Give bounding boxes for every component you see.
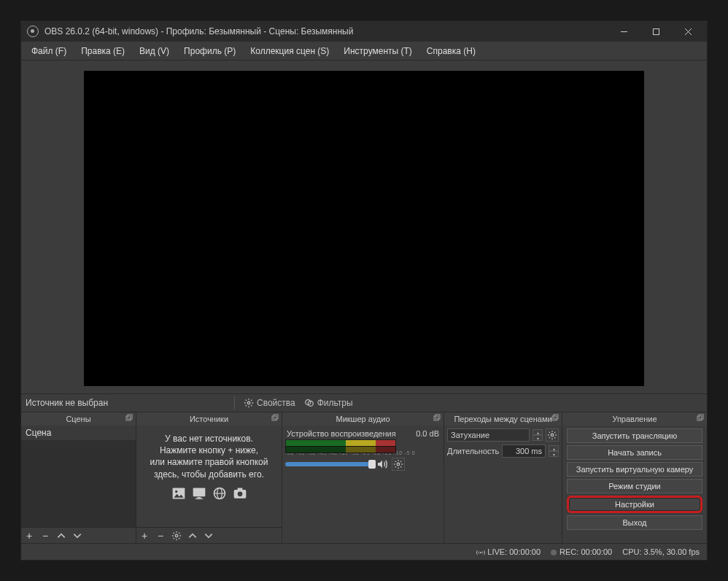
svg-rect-26 [552,416,557,420]
popout-icon[interactable] [125,414,133,423]
start-recording-button[interactable]: Начать запись [567,445,702,460]
mixer-title: Микшер аудио [336,415,390,423]
statusbar: LIVE: 00:00:00 REC: 00:00:00 CPU: 3.5%, … [21,544,707,560]
sources-empty[interactable]: У вас нет источников. Нажмите кнопку + н… [136,426,282,527]
source-down-button[interactable] [201,528,217,543]
svg-rect-7 [126,416,131,420]
rec-dot-icon [551,550,557,555]
sources-header: Источники [136,412,282,426]
source-type-icons [171,486,248,501]
svg-point-22 [175,534,178,537]
add-source-button[interactable]: + [136,528,152,543]
start-streaming-button[interactable]: Запустить трансляцию [567,428,702,443]
image-icon [171,486,187,501]
transition-type-select[interactable]: Затухание [447,428,530,442]
svg-rect-15 [195,498,203,499]
menu-tools[interactable]: Инструменты (T) [336,43,419,59]
menu-profile[interactable]: Профиль (P) [177,43,243,59]
mixer-header: Микшер аудио [282,412,444,426]
popout-icon[interactable] [696,414,704,423]
remove-source-button[interactable]: − [152,528,169,543]
svg-rect-20 [237,488,242,490]
volume-slider[interactable] [285,462,373,466]
display-icon [191,486,207,501]
filters-icon [304,398,314,408]
preview-canvas[interactable] [84,71,644,386]
svg-point-28 [551,434,554,436]
close-button[interactable] [672,21,704,42]
popout-icon[interactable] [433,414,441,423]
transitions-header: Переходы между сценами [444,412,562,426]
svg-point-25 [397,463,400,466]
audio-meter [285,439,441,450]
svg-rect-23 [434,416,438,420]
svg-rect-30 [699,415,703,419]
studio-mode-button[interactable]: Режим студии [567,479,702,493]
live-time: LIVE: 00:00:00 [487,547,541,556]
menubar: Файл (F) Правка (E) Вид (V) Профиль (P) … [21,42,707,61]
rec-indicator: REC: 00:00:00 [551,547,612,556]
svg-point-31 [480,552,481,553]
popout-icon[interactable] [271,414,279,423]
transitions-title: Переходы между сценами [454,415,551,423]
scene-up-button[interactable] [53,528,69,543]
empty-text: Нажмите кнопку + ниже, [160,445,258,456]
sources-footer: + − [136,527,282,543]
broadcast-icon [476,549,485,556]
cpu-indicator: CPU: 3.5%, 30.00 fps [622,547,700,556]
source-settings-button[interactable] [169,528,185,543]
start-virtual-camera-button[interactable]: Запустить виртуальную камеру [567,462,702,477]
empty-text: или нажмите правой кнопкой [150,456,268,468]
scene-down-button[interactable] [69,528,85,543]
exit-button[interactable]: Выход [567,515,702,530]
controls-title: Управление [612,415,657,423]
controls-header: Управление [562,412,707,426]
settings-button[interactable]: Настройки [567,496,702,513]
transition-spinner[interactable]: ▴▾ [533,429,543,441]
svg-rect-9 [272,416,276,420]
minimize-button[interactable] [608,21,640,42]
menu-help[interactable]: Справка (H) [419,43,483,59]
svg-point-21 [237,491,242,496]
popout-icon[interactable] [551,414,559,423]
scenes-header: Сцены [21,412,136,426]
transitions-dock: Переходы между сценами Затухание ▴▾ Длит… [444,412,562,543]
sources-title: Источники [190,415,228,423]
channel-settings-button[interactable] [392,458,405,471]
svg-point-4 [247,401,250,404]
camera-icon [232,486,248,501]
mixer-body: Устройство воспроизведения 0.0 dB -60 -5… [282,426,444,543]
menu-edit[interactable]: Правка (E) [74,43,132,59]
preview-area [21,61,707,393]
maximize-button[interactable] [640,21,672,42]
menu-file[interactable]: Файл (F) [24,43,74,59]
sources-dock: Источники У вас нет источников. Нажмите … [136,412,282,543]
menu-view[interactable]: Вид (V) [132,43,177,59]
source-toolbar: Источник не выбран Свойства Фильтры [21,393,707,412]
scene-item[interactable]: Сцена [21,426,136,440]
duration-input[interactable]: 300 ms [502,445,546,458]
add-scene-button[interactable]: + [21,528,37,543]
app-window: OBS 26.0.2 (64-bit, windows) - Профиль: … [20,20,708,561]
controls-body: Запустить трансляцию Начать запись Запус… [562,426,707,543]
filters-button[interactable]: Фильтры [300,396,357,409]
svg-rect-13 [193,488,205,496]
remove-scene-button[interactable]: − [37,528,53,543]
svg-rect-14 [197,497,201,499]
transitions-body: Затухание ▴▾ Длительность 300 ms ▴▾ [444,426,562,543]
rec-time: REC: 00:00:00 [559,547,612,556]
live-indicator: LIVE: 00:00:00 [476,547,541,556]
docks: Сцены Сцена + − Источники [21,412,707,544]
menu-scene-collection[interactable]: Коллекция сцен (S) [243,43,336,59]
scenes-footer: + − [21,527,136,543]
globe-icon [212,486,228,501]
properties-button[interactable]: Свойства [239,396,300,409]
duration-spinner[interactable]: ▴▾ [549,445,559,457]
transition-settings-button[interactable] [546,428,559,442]
scenes-list[interactable]: Сцена [21,426,136,527]
source-status: Источник не выбран [26,398,230,408]
window-controls [608,21,704,42]
empty-text: здесь, чтобы добавить его. [154,469,264,480]
speaker-icon[interactable] [376,458,389,470]
source-up-button[interactable] [185,528,201,543]
